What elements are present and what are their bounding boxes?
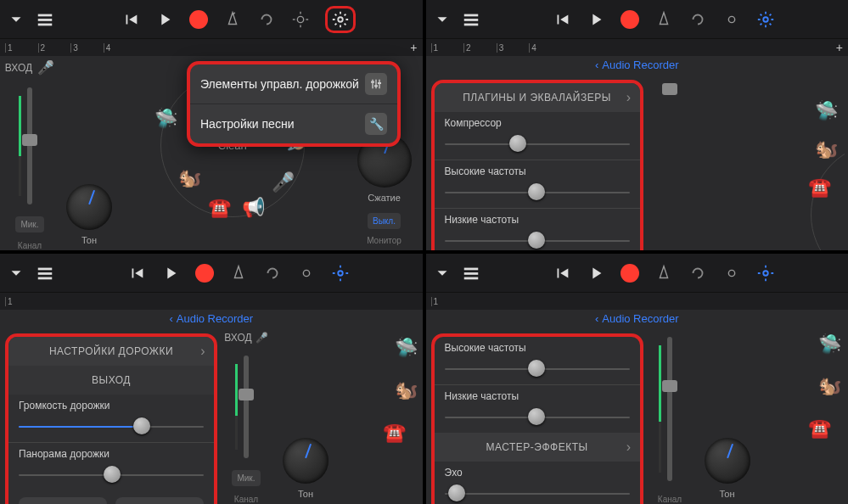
svg-rect-28 bbox=[463, 267, 478, 270]
record-button[interactable] bbox=[621, 10, 639, 29]
tracks-icon[interactable] bbox=[462, 10, 480, 29]
ufo-icon[interactable]: 🛸 bbox=[818, 333, 841, 356]
undo-icon[interactable] bbox=[257, 10, 276, 29]
tracks-icon[interactable] bbox=[36, 10, 54, 29]
low-freq-slider[interactable] bbox=[445, 406, 630, 428]
add-section-icon[interactable]: + bbox=[836, 41, 843, 54]
megaphone-icon[interactable]: 📢 bbox=[242, 197, 265, 219]
track-controls-menuitem[interactable]: Элементы управл. дорожкой bbox=[190, 64, 397, 104]
input-gain-slider[interactable] bbox=[667, 337, 672, 481]
gear-icon[interactable] bbox=[331, 264, 350, 283]
skip-start-icon[interactable] bbox=[121, 10, 140, 29]
play-icon[interactable] bbox=[587, 10, 605, 29]
play-icon[interactable] bbox=[155, 10, 174, 29]
phone-icon[interactable]: ☎️ bbox=[383, 422, 406, 444]
undo-icon[interactable] bbox=[688, 10, 707, 29]
svg-rect-21 bbox=[38, 267, 53, 270]
high-freq-slider[interactable] bbox=[445, 357, 630, 379]
tone-knob[interactable] bbox=[705, 438, 750, 484]
play-icon[interactable] bbox=[161, 264, 180, 283]
timeline-ruler[interactable]: 1 bbox=[426, 293, 849, 310]
phone-icon[interactable]: ☎️ bbox=[808, 176, 831, 199]
chevron-right-icon: › bbox=[626, 440, 632, 455]
phone-icon[interactable]: ☎️ bbox=[208, 197, 231, 219]
svg-rect-11 bbox=[375, 80, 376, 89]
undo-icon[interactable] bbox=[263, 264, 282, 283]
mic-preset-icon[interactable]: 🎤 bbox=[272, 171, 295, 193]
gear-icon[interactable] bbox=[756, 264, 775, 283]
svg-rect-0 bbox=[38, 14, 53, 16]
metronome-icon[interactable] bbox=[654, 10, 673, 29]
page-title[interactable]: Audio Recorder bbox=[426, 310, 849, 328]
chevron-down-icon[interactable] bbox=[7, 264, 25, 283]
tracks-icon[interactable] bbox=[462, 264, 480, 283]
chevron-down-icon[interactable] bbox=[433, 264, 452, 283]
track-settings-header[interactable]: НАСТРОЙКИ ДОРОЖКИ › bbox=[8, 337, 214, 366]
squirrel-icon[interactable]: 🐿️ bbox=[818, 375, 841, 397]
chevron-down-icon[interactable] bbox=[7, 10, 25, 29]
ufo-icon[interactable]: 🛸 bbox=[815, 100, 838, 122]
record-button[interactable] bbox=[195, 264, 214, 283]
tone-knob[interactable] bbox=[283, 438, 329, 484]
tone-label: Тон bbox=[81, 235, 97, 245]
page-title[interactable]: Audio Recorder bbox=[0, 310, 423, 328]
tone-knob[interactable] bbox=[66, 184, 112, 230]
ufo-icon[interactable]: 🛸 bbox=[395, 337, 418, 359]
channel-label: Канал bbox=[234, 495, 258, 504]
squirrel-icon[interactable]: 🐿️ bbox=[395, 379, 418, 401]
song-settings-menuitem[interactable]: Настройки песни 🔧 bbox=[190, 104, 397, 143]
svg-point-9 bbox=[338, 17, 343, 22]
svg-rect-1 bbox=[38, 19, 53, 21]
echo-slider[interactable] bbox=[445, 482, 630, 504]
wrench-icon: 🔧 bbox=[365, 113, 387, 135]
metronome-icon[interactable] bbox=[229, 264, 248, 283]
monitor-off-button[interactable]: Выкл. bbox=[368, 213, 401, 229]
track-pan-slider[interactable] bbox=[19, 463, 204, 485]
mic-button[interactable]: Мик. bbox=[232, 470, 260, 486]
phone-icon[interactable]: ☎️ bbox=[808, 417, 831, 440]
high-freq-slider[interactable] bbox=[445, 181, 630, 203]
mic-button[interactable]: Мик. bbox=[15, 216, 43, 232]
page-title[interactable]: Audio Recorder bbox=[426, 56, 849, 75]
brightness-icon[interactable] bbox=[291, 10, 310, 29]
gear-icon[interactable] bbox=[756, 10, 775, 29]
solo-button[interactable] bbox=[115, 497, 204, 504]
metronome-icon[interactable] bbox=[654, 264, 673, 283]
timeline-ruler[interactable]: 1234 + bbox=[0, 39, 423, 56]
brightness-icon[interactable] bbox=[722, 10, 741, 29]
plugins-header[interactable]: ПЛАГИНЫ И ЭКВАЛАЙЗЕРЫ › bbox=[435, 83, 640, 112]
input-gain-slider[interactable] bbox=[244, 356, 249, 458]
brightness-icon[interactable] bbox=[722, 264, 741, 283]
svg-rect-10 bbox=[372, 80, 373, 89]
master-effects-header[interactable]: МАСТЕР-ЭФФЕКТЫ › bbox=[435, 433, 640, 462]
input-gain-slider[interactable] bbox=[27, 87, 32, 204]
skip-start-icon[interactable] bbox=[553, 10, 571, 29]
undo-icon[interactable] bbox=[688, 264, 707, 283]
skip-start-icon[interactable] bbox=[553, 264, 571, 283]
record-button[interactable] bbox=[189, 10, 208, 29]
add-section-icon[interactable]: + bbox=[410, 41, 417, 54]
brightness-icon[interactable] bbox=[297, 264, 316, 283]
timeline-ruler[interactable]: 1234 + bbox=[426, 39, 849, 56]
compressor-slider[interactable] bbox=[445, 132, 630, 154]
metronome-icon[interactable] bbox=[223, 10, 242, 29]
low-freq-slider[interactable] bbox=[445, 229, 630, 250]
tracks-icon[interactable] bbox=[36, 264, 54, 283]
input-label: ВХОД bbox=[5, 62, 32, 74]
mute-button[interactable] bbox=[19, 497, 107, 504]
svg-rect-29 bbox=[463, 272, 478, 275]
chevron-down-icon[interactable] bbox=[433, 10, 452, 29]
play-icon[interactable] bbox=[587, 264, 605, 283]
compression-label: Сжатие bbox=[368, 193, 401, 203]
timeline-ruler[interactable]: 1 bbox=[0, 293, 423, 310]
track-volume-slider[interactable] bbox=[19, 415, 204, 437]
low-freq-label: Низкие частоты bbox=[435, 385, 640, 404]
gear-icon[interactable] bbox=[331, 10, 350, 29]
squirrel-icon[interactable]: 🐿️ bbox=[178, 167, 201, 189]
ufo-icon[interactable]: 🛸 bbox=[154, 108, 177, 130]
settings-popover: Элементы управл. дорожкой Настройки песн… bbox=[187, 61, 401, 147]
record-button[interactable] bbox=[621, 264, 639, 283]
squirrel-icon[interactable]: 🐿️ bbox=[815, 138, 838, 160]
skip-start-icon[interactable] bbox=[127, 264, 146, 283]
svg-rect-2 bbox=[38, 23, 53, 25]
